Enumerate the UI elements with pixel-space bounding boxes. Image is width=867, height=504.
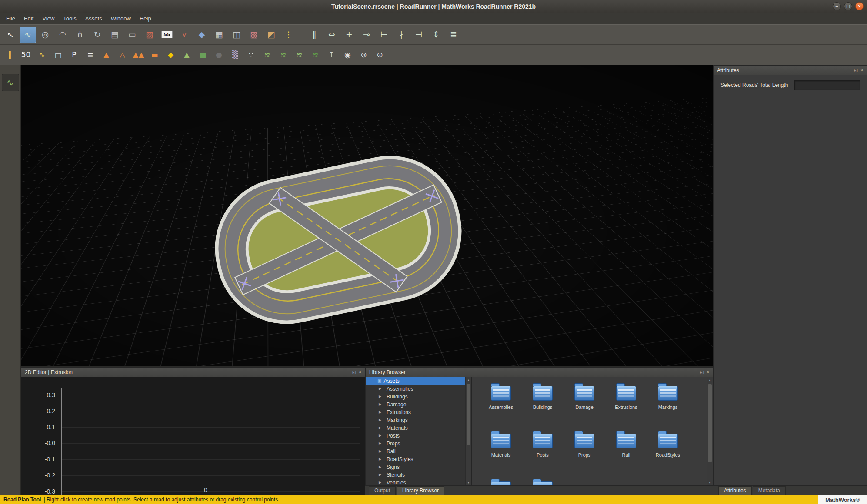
- tree-item-roadstyles[interactable]: ▶ RoadStyles: [366, 455, 471, 463]
- road-plan-tool[interactable]: ∿: [20, 27, 36, 43]
- marking-stripes-tool[interactable]: ‖: [2, 47, 17, 63]
- lane-carve-tool[interactable]: ⊸: [358, 27, 375, 43]
- road-ramp-tool[interactable]: ⋔: [72, 27, 88, 43]
- tree-expand-arrow-icon[interactable]: ▶: [379, 479, 384, 485]
- maximize-button-icon[interactable]: ◻: [844, 2, 852, 10]
- lane-offset-tool[interactable]: ⊢: [376, 27, 392, 43]
- crosswalk-surface-tool[interactable]: ▤: [50, 47, 66, 63]
- close-panel-icon[interactable]: ×: [707, 370, 709, 375]
- tree-item-materials[interactable]: ▶ Materials: [366, 424, 471, 432]
- road-damage-tool[interactable]: ▨: [141, 27, 158, 43]
- barrier-prop-tool[interactable]: ▬: [147, 47, 162, 63]
- tree-item-assemblies[interactable]: ▶ Assemblies: [366, 385, 471, 393]
- tree-item-posts[interactable]: ▶ Posts: [366, 432, 471, 440]
- library-folder[interactable]: Extrusions: [605, 382, 647, 430]
- tree-item-rail[interactable]: ▶ Rail: [366, 448, 471, 455]
- parking-tool[interactable]: P: [67, 47, 82, 63]
- pedestrian-crossing-tool[interactable]: ≡: [83, 47, 98, 63]
- library-folder[interactable]: Materials: [480, 430, 522, 478]
- tree-scrollbar[interactable]: ▲ ▼: [465, 377, 471, 485]
- junction-surface-tool[interactable]: ▦: [211, 27, 227, 43]
- lane-add-tool[interactable]: +: [341, 27, 357, 43]
- tree-expand-arrow-icon[interactable]: ▶: [379, 424, 384, 432]
- lane-chop-tool[interactable]: ⊣: [410, 27, 427, 43]
- library-folder[interactable]: Buildings: [522, 382, 564, 430]
- prop-curve-tool[interactable]: ∵: [243, 47, 259, 63]
- tree-expand-arrow-icon[interactable]: ▶: [379, 463, 384, 471]
- lane-split-tool[interactable]: ∤: [393, 27, 410, 43]
- tree-expand-arrow-icon[interactable]: ▶: [379, 393, 384, 401]
- surface-carve-tool[interactable]: ≋: [292, 47, 307, 63]
- tab-metadata[interactable]: Metadata: [753, 486, 786, 496]
- marking-damage-tool[interactable]: ⋎: [176, 27, 193, 43]
- tree-expand-arrow-icon[interactable]: ▶: [379, 448, 384, 455]
- tree-expand-arrow-icon[interactable]: ▶: [379, 455, 384, 463]
- bridge-span-tool[interactable]: ▭: [124, 27, 140, 43]
- marking-point-tool[interactable]: ≣: [445, 27, 462, 43]
- library-folder[interactable]: Signs: [480, 478, 522, 485]
- tree-expand-arrow-icon[interactable]: ▶: [379, 385, 384, 393]
- maneuver-tool[interactable]: ▩: [246, 27, 262, 43]
- view-options-tool[interactable]: ⊙: [372, 47, 387, 63]
- menu-item[interactable]: Assets: [81, 14, 107, 23]
- menu-item[interactable]: File: [2, 14, 20, 23]
- tree-expand-arrow-icon[interactable]: ▶: [379, 432, 384, 440]
- material-sphere-tool[interactable]: ●: [211, 47, 227, 63]
- surface-build-tool[interactable]: ≋: [308, 47, 323, 63]
- warning-sign-prop-tool[interactable]: ◆: [163, 47, 178, 63]
- tree-expand-arrow-icon[interactable]: ▶: [379, 416, 384, 424]
- viewport-3d[interactable]: [21, 65, 713, 367]
- close-panel-icon[interactable]: ×: [359, 370, 361, 375]
- library-folder[interactable]: Props: [564, 430, 605, 478]
- menu-item[interactable]: Help: [135, 14, 156, 23]
- road-circle-tool[interactable]: ◎: [37, 27, 53, 43]
- float-panel-icon[interactable]: ◱: [352, 370, 356, 375]
- surface-patch-tool[interactable]: ■: [195, 47, 210, 63]
- signal-light-tool[interactable]: ⋮: [280, 27, 297, 43]
- tree-item-damage[interactable]: ▶ Damage: [366, 401, 471, 408]
- signal-pair-tool[interactable]: ◆: [193, 27, 210, 43]
- library-folder[interactable]: Markings: [647, 382, 689, 430]
- folder-grid-scrollbar[interactable]: ▲ ▼: [707, 377, 713, 485]
- road-rotate-tool[interactable]: ↻: [89, 27, 106, 43]
- lane-width-tool[interactable]: ⇔: [323, 27, 340, 43]
- roadstyle-curve-tool[interactable]: ∿: [34, 47, 50, 63]
- corner-tool[interactable]: ◩: [263, 27, 280, 43]
- tree-item-stencils[interactable]: ▶ Stencils: [366, 471, 471, 479]
- cone-group-prop-tool[interactable]: ▲▲: [131, 47, 146, 63]
- tab-output[interactable]: Output: [369, 486, 396, 496]
- tree-item-signs[interactable]: ▶ Signs: [366, 463, 471, 471]
- select-tool[interactable]: ↖: [2, 27, 19, 43]
- close-button-icon[interactable]: ×: [855, 2, 864, 10]
- tree-item-markings[interactable]: ▶ Markings: [366, 416, 471, 424]
- tree-expand-arrow-icon[interactable]: ▶: [379, 471, 384, 479]
- surface-smooth-tool[interactable]: ≋: [276, 47, 291, 63]
- menu-item[interactable]: View: [38, 14, 59, 23]
- minimize-button-icon[interactable]: −: [833, 2, 841, 10]
- texture-noise-tool[interactable]: ▒: [227, 47, 243, 63]
- library-folder[interactable]: Rail: [605, 430, 647, 478]
- total-length-input[interactable]: [794, 80, 860, 90]
- surface-flatten-tool[interactable]: ≋: [260, 47, 275, 63]
- scrollbar-thumb[interactable]: [467, 384, 470, 445]
- tab-library-browser[interactable]: Library Browser: [397, 486, 444, 496]
- tree-expand-arrow-icon[interactable]: ▶: [379, 440, 384, 448]
- tree-expand-arrow-icon[interactable]: ▶: [379, 408, 384, 416]
- library-folder[interactable]: RoadStyles: [647, 430, 689, 478]
- camera-tool[interactable]: ◉: [340, 47, 355, 63]
- tree-item-assets[interactable]: ▣ Assets: [366, 377, 471, 385]
- float-panel-icon[interactable]: ◱: [854, 68, 858, 73]
- scroll-down-icon[interactable]: ▼: [707, 480, 713, 485]
- sensor-preview-tool[interactable]: ⊚: [356, 47, 371, 63]
- tree-item-extrusions[interactable]: ▶ Extrusions: [366, 408, 471, 416]
- cone-prop-tool[interactable]: ▲: [99, 47, 114, 63]
- extrusion-plot[interactable]: 0.30.20.1-0.0-0.1-0.2-0.3 0: [21, 377, 365, 495]
- scrollbar-thumb[interactable]: [708, 384, 712, 462]
- lane-heights-tool[interactable]: ⇕: [428, 27, 444, 43]
- menu-item[interactable]: Window: [107, 14, 135, 23]
- tree-item-vehicles[interactable]: ▶ Vehicles: [366, 479, 471, 485]
- tab-attributes[interactable]: Attributes: [718, 486, 752, 496]
- library-folder[interactable]: Posts: [522, 430, 564, 478]
- tree-item-props[interactable]: ▶ Props: [366, 440, 471, 448]
- extrusion-edit-tool[interactable]: ∿: [2, 74, 19, 91]
